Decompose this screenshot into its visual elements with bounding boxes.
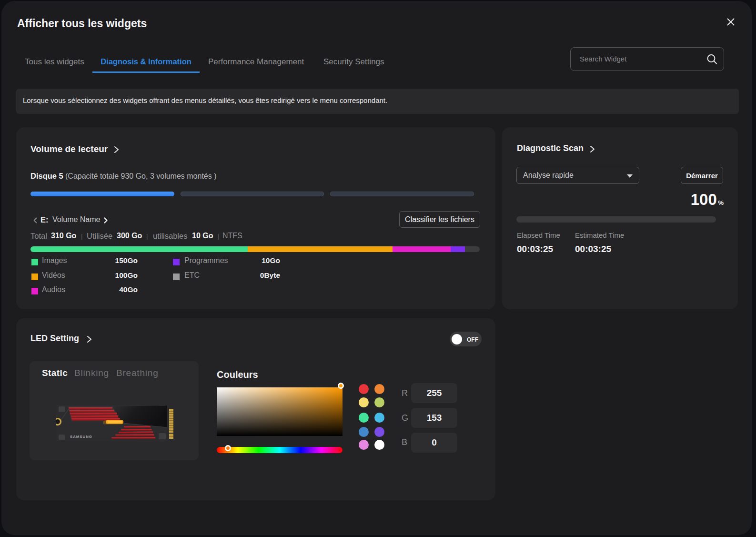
svg-text:SAMSUNG: SAMSUNG [70,435,92,439]
